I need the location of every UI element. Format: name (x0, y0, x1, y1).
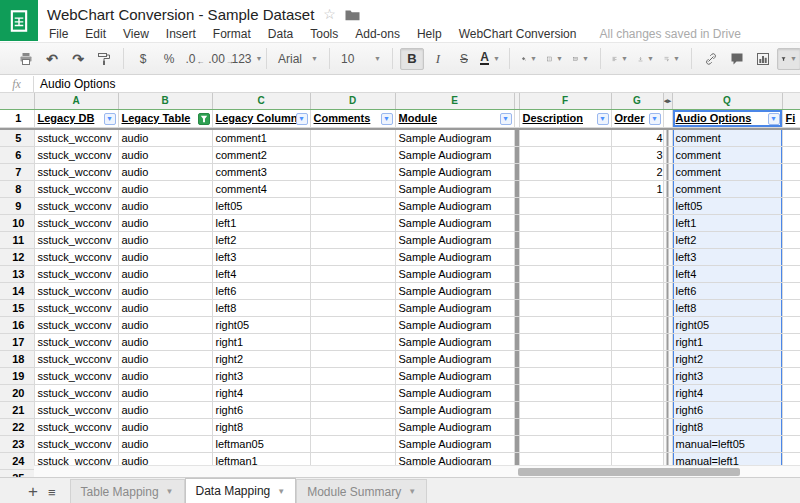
cell-Q12[interactable]: left3 (672, 248, 782, 265)
vertical-align-icon[interactable]: ▼ (634, 48, 658, 70)
row-header-12[interactable]: 12 (0, 248, 34, 265)
vertical-align-dropdown-caret[interactable]: ▼ (647, 55, 654, 62)
cell-F18[interactable] (519, 350, 611, 367)
column-header-Q[interactable]: Q (672, 93, 782, 110)
row-header-14[interactable]: 14 (0, 282, 34, 299)
cell-G1[interactable]: Order▼ (611, 110, 663, 128)
cell-D10[interactable] (310, 214, 395, 231)
cell-D15[interactable] (310, 299, 395, 316)
cell-Q11[interactable]: left2 (672, 231, 782, 248)
cell-B11[interactable]: audio (118, 231, 212, 248)
cell-D7[interactable] (310, 163, 395, 180)
cell-C5[interactable]: comment1 (212, 130, 310, 147)
sheet-tab-menu-caret[interactable]: ▼ (408, 487, 416, 496)
cell-G8[interactable]: 1 (611, 180, 663, 197)
row-header-8[interactable]: 8 (0, 180, 34, 197)
sheet-tab-menu-caret[interactable]: ▼ (277, 487, 285, 496)
cell-B17[interactable]: audio (118, 333, 212, 350)
column-header-F[interactable]: F (519, 93, 611, 110)
row-header-16[interactable]: 16 (0, 316, 34, 333)
font-size-dropdown-caret[interactable]: ▼ (374, 55, 381, 62)
paint-format-icon[interactable] (92, 48, 116, 70)
font-family-button[interactable]: Arial▼ (274, 48, 322, 70)
cell-D1[interactable]: Comments▼ (310, 110, 395, 128)
row-header-18[interactable]: 18 (0, 350, 34, 367)
cell-D18[interactable] (310, 350, 395, 367)
cell-E16[interactable]: Sample Audiogram (395, 316, 514, 333)
menu-help[interactable]: Help (417, 27, 442, 41)
cell-G22[interactable] (611, 418, 663, 435)
column-header-E[interactable]: E (395, 93, 514, 110)
cell-R8[interactable] (782, 180, 800, 197)
menu-format[interactable]: Format (213, 27, 251, 41)
cell-E8[interactable]: Sample Audiogram (395, 180, 514, 197)
cell-F16[interactable] (519, 316, 611, 333)
cell-A23[interactable]: sstuck_wcconv (34, 435, 118, 452)
cell-E19[interactable]: Sample Audiogram (395, 367, 514, 384)
cell-G14[interactable] (611, 282, 663, 299)
cell-A17[interactable]: sstuck_wcconv (34, 333, 118, 350)
cell-A7[interactable]: sstuck_wcconv (34, 163, 118, 180)
column-header-B[interactable]: B (118, 93, 212, 110)
cell-B13[interactable]: audio (118, 265, 212, 282)
cell-D8[interactable] (310, 180, 395, 197)
cell-C8[interactable]: comment4 (212, 180, 310, 197)
column-header-C[interactable]: C (212, 93, 310, 110)
cell-C14[interactable]: left6 (212, 282, 310, 299)
cell-F1[interactable]: Description▼ (519, 110, 611, 128)
cell-D19[interactable] (310, 367, 395, 384)
menu-webchart-conversion[interactable]: WebChart Conversion (459, 27, 577, 41)
cell-A21[interactable]: sstuck_wcconv (34, 401, 118, 418)
row-header-17[interactable]: 17 (0, 333, 34, 350)
filter-funnel-icon-B[interactable] (198, 113, 210, 125)
cell-F12[interactable] (519, 248, 611, 265)
cell-C7[interactable]: comment3 (212, 163, 310, 180)
cell-G20[interactable] (611, 384, 663, 401)
all-sheets-icon[interactable]: ≡ (48, 486, 56, 499)
sheet-tab-data-mapping[interactable]: Data Mapping▼ (185, 478, 297, 503)
cell-G15[interactable] (611, 299, 663, 316)
sheet-tab-menu-caret[interactable]: ▼ (166, 487, 174, 496)
horizontal-align-icon[interactable]: ▼ (608, 48, 632, 70)
cell-G17[interactable] (611, 333, 663, 350)
cell-G19[interactable] (611, 367, 663, 384)
document-title[interactable]: WebChart Conversion - Sample Dataset (47, 6, 314, 23)
cell-F11[interactable] (519, 231, 611, 248)
cell-E15[interactable]: Sample Audiogram (395, 299, 514, 316)
filter-dropdown-icon-A[interactable]: ▼ (104, 113, 116, 125)
cell-A20[interactable]: sstuck_wcconv (34, 384, 118, 401)
cell-D21[interactable] (310, 401, 395, 418)
cell-B6[interactable]: audio (118, 146, 212, 163)
merge-cells-icon[interactable]: ▼ (569, 48, 593, 70)
format-percent-button[interactable]: % (157, 48, 181, 70)
font-size-button[interactable]: 10▼ (337, 48, 385, 70)
cell-R6[interactable] (782, 146, 800, 163)
cell-F5[interactable] (519, 130, 611, 147)
horizontal-scrollbar-thumb[interactable] (518, 468, 740, 476)
row-header-20[interactable]: 20 (0, 384, 34, 401)
cell-D6[interactable] (310, 146, 395, 163)
cell-D11[interactable] (310, 231, 395, 248)
cell-Q18[interactable]: right2 (672, 350, 782, 367)
cell-B10[interactable]: audio (118, 214, 212, 231)
cell-A11[interactable]: sstuck_wcconv (34, 231, 118, 248)
cell-G18[interactable] (611, 350, 663, 367)
text-color-button[interactable]: A▼ (478, 48, 502, 70)
fill-color-icon[interactable]: ▼ (517, 48, 541, 70)
cell-Q22[interactable]: right8 (672, 418, 782, 435)
cell-Q6[interactable]: comment (672, 146, 782, 163)
row-header-23[interactable]: 23 (0, 435, 34, 452)
filter-dropdown-caret[interactable]: ▼ (790, 55, 797, 62)
column-header-D[interactable]: D (310, 93, 395, 110)
cell-E18[interactable]: Sample Audiogram (395, 350, 514, 367)
cell-R20[interactable] (782, 384, 800, 401)
cell-G5[interactable]: 4 (611, 130, 663, 147)
cell-C9[interactable]: left05 (212, 197, 310, 214)
cell-E11[interactable]: Sample Audiogram (395, 231, 514, 248)
borders-icon[interactable]: ▼ (543, 48, 567, 70)
filter-dropdown-icon-D[interactable]: ▼ (381, 113, 393, 125)
filter-dropdown-icon-E[interactable]: ▼ (500, 113, 512, 125)
cell-F23[interactable] (519, 435, 611, 452)
cell-R9[interactable] (782, 197, 800, 214)
cell-Q9[interactable]: left05 (672, 197, 782, 214)
